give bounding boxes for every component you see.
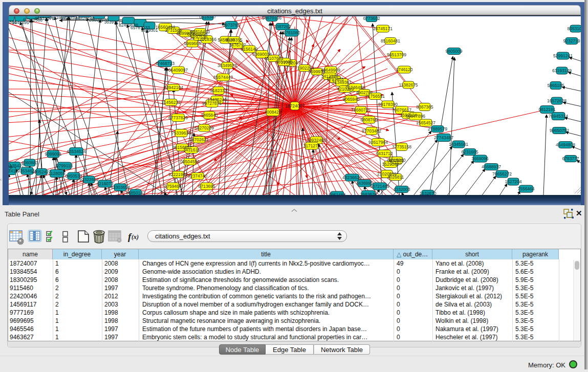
svg-text:11382675: 11382675 <box>399 82 418 87</box>
svg-text:86850142: 86850142 <box>126 190 145 195</box>
svg-text:0799118: 0799118 <box>56 163 73 168</box>
svg-text:1746120: 1746120 <box>396 67 412 72</box>
svg-text:85574443: 85574443 <box>213 75 233 80</box>
svg-text:89178390: 89178390 <box>378 102 398 107</box>
svg-text:9805009: 9805009 <box>445 49 462 54</box>
svg-text:5951484: 5951484 <box>329 192 345 195</box>
svg-text:1615280: 1615280 <box>388 158 405 163</box>
svg-text:70656272: 70656272 <box>492 171 512 177</box>
svg-text:9399091: 9399091 <box>45 151 61 157</box>
svg-text:7693676: 7693676 <box>360 192 377 195</box>
svg-text:5969664: 5969664 <box>184 41 201 46</box>
svg-text:9232719: 9232719 <box>563 38 580 43</box>
svg-text:45494808: 45494808 <box>556 142 575 147</box>
svg-text:92322602: 92322602 <box>79 177 99 182</box>
svg-text:7556464: 7556464 <box>517 186 534 191</box>
svg-text:6808760: 6808760 <box>360 117 377 122</box>
svg-text:3669096: 3669096 <box>471 156 488 161</box>
svg-text:52991241: 52991241 <box>553 53 573 58</box>
svg-text:6713695: 6713695 <box>198 184 215 189</box>
svg-text:74680715: 74680715 <box>351 107 371 113</box>
svg-text:9655698: 9655698 <box>9 164 13 169</box>
svg-text:1128059: 1128059 <box>49 171 66 176</box>
svg-text:43534624: 43534624 <box>67 149 86 154</box>
svg-text:8053100: 8053100 <box>567 26 581 31</box>
svg-text:0518347: 0518347 <box>199 16 216 19</box>
svg-text:9973763: 9973763 <box>223 23 239 28</box>
svg-text:3431611: 3431611 <box>183 147 200 152</box>
svg-text:37735158: 37735158 <box>392 144 411 149</box>
svg-text:(x): (x) <box>132 233 139 240</box>
svg-text:3387262: 3387262 <box>274 24 291 29</box>
svg-text:1759464: 1759464 <box>164 184 181 189</box>
svg-text:4332003: 4332003 <box>393 187 410 192</box>
svg-text:1781080: 1781080 <box>283 30 300 35</box>
svg-text:67737826: 67737826 <box>168 115 188 120</box>
svg-text:92617964: 92617964 <box>368 140 388 145</box>
svg-text:99650752: 99650752 <box>550 128 569 133</box>
svg-text:27743487: 27743487 <box>434 135 453 140</box>
svg-text:24745171: 24745171 <box>373 26 393 31</box>
svg-text:56670106: 56670106 <box>262 16 281 20</box>
svg-text:6431713: 6431713 <box>376 151 393 156</box>
svg-text:1627204: 1627204 <box>505 179 521 184</box>
svg-text:0812191: 0812191 <box>538 107 555 112</box>
svg-text:15654527: 15654527 <box>416 120 435 125</box>
svg-text:71746488: 71746488 <box>345 85 365 90</box>
svg-text:9065940: 9065940 <box>342 97 359 102</box>
svg-text:92374740: 92374740 <box>188 173 207 179</box>
svg-text:69847896: 69847896 <box>406 114 425 119</box>
svg-text:96513709: 96513709 <box>387 52 406 57</box>
svg-text:4026811: 4026811 <box>387 174 404 180</box>
svg-text:70076617: 70076617 <box>392 107 411 113</box>
svg-text:71756551: 71756551 <box>365 94 385 99</box>
svg-text:46688937: 46688937 <box>482 164 501 169</box>
svg-text:43303654: 43303654 <box>111 185 130 190</box>
svg-text:48236629: 48236629 <box>342 175 362 180</box>
svg-text:47468723: 47468723 <box>155 61 175 66</box>
svg-text:96816453: 96816453 <box>190 29 210 34</box>
svg-text:06409097: 06409097 <box>168 68 188 73</box>
svg-text:33942104: 33942104 <box>164 85 183 90</box>
svg-text:63193149: 63193149 <box>552 68 572 73</box>
svg-text:38721489: 38721489 <box>370 184 389 189</box>
svg-text:10932480: 10932480 <box>307 138 326 143</box>
svg-text:8188355: 8188355 <box>225 37 242 42</box>
svg-text:6231665: 6231665 <box>461 149 478 155</box>
svg-text:97703482: 97703482 <box>362 128 381 134</box>
svg-text:21456232: 21456232 <box>161 100 181 105</box>
svg-text:49649909: 49649909 <box>321 68 340 73</box>
svg-text:18702621: 18702621 <box>189 137 209 142</box>
svg-text:8156149: 8156149 <box>241 47 257 52</box>
svg-text:5182337: 5182337 <box>210 88 227 93</box>
svg-text:27889579: 27889579 <box>428 126 447 132</box>
svg-text:71349361: 71349361 <box>332 80 352 85</box>
svg-text:76945314: 76945314 <box>549 114 568 119</box>
svg-text:8367365: 8367365 <box>416 104 433 110</box>
svg-text:4008427: 4008427 <box>264 110 281 115</box>
svg-text:14345581: 14345581 <box>449 142 468 147</box>
svg-text:4060883: 4060883 <box>21 160 38 165</box>
svg-text:16572628: 16572628 <box>547 98 567 103</box>
svg-text:5297516: 5297516 <box>190 34 207 39</box>
svg-text:6783777: 6783777 <box>562 156 579 161</box>
svg-text:36349578: 36349578 <box>217 63 237 68</box>
svg-text:99727875: 99727875 <box>202 101 222 106</box>
svg-text:00504556: 00504556 <box>180 159 200 164</box>
svg-text:6773602: 6773602 <box>363 16 380 21</box>
svg-text:8851606: 8851606 <box>275 59 292 64</box>
svg-text:75339636: 75339636 <box>171 130 191 136</box>
svg-text:1632870: 1632870 <box>419 191 436 195</box>
svg-text:3171274: 3171274 <box>303 143 320 148</box>
svg-text:18724007: 18724007 <box>285 103 304 108</box>
svg-text:66270289: 66270289 <box>194 125 214 130</box>
svg-text:85160481: 85160481 <box>381 38 400 43</box>
svg-text:5865185: 5865185 <box>547 83 564 88</box>
svg-text:1465840: 1465840 <box>201 113 217 118</box>
svg-text:92221969: 92221969 <box>168 172 188 177</box>
